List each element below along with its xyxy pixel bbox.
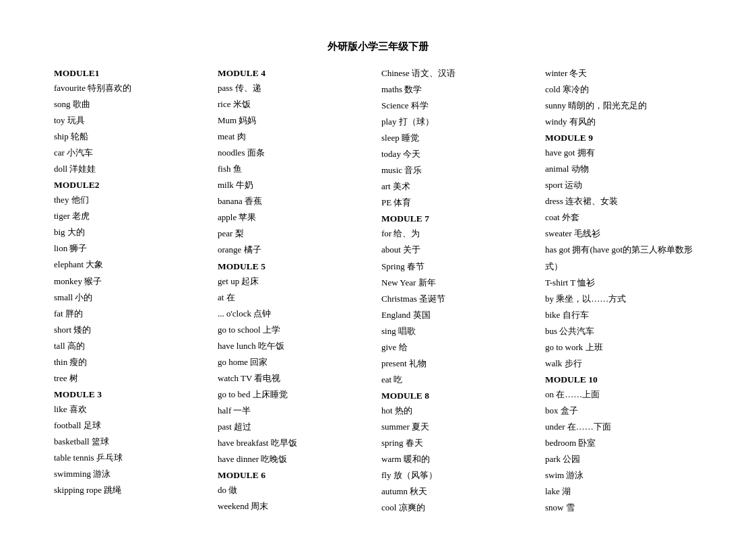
vocab-item-1-5: car 小汽车: [54, 145, 204, 161]
vocab-item-2-3: Mum 妈妈: [218, 112, 368, 129]
vocab-item-3-6: music 音乐: [381, 162, 532, 178]
vocab-item-2-5: noodles 面条: [218, 145, 368, 161]
vocab-item-2-24: have dinner 吃晚饭: [218, 451, 368, 467]
module-title-4-18: MODULE 10: [545, 374, 695, 385]
module-title-1-0: MODULE1: [54, 68, 204, 79]
vocab-item-4-14: bike 自行车: [545, 307, 695, 323]
vocab-item-4-26: snow 雪: [545, 500, 695, 516]
vocab-item-2-2: rice 米饭: [218, 96, 368, 112]
vocab-item-4-15: bus 公共汽车: [545, 323, 695, 339]
vocab-item-3-22: summer 夏天: [381, 419, 532, 435]
vocab-item-2-17: have lunch 吃午饭: [218, 338, 368, 354]
vocab-item-4-1: cold 寒冷的: [545, 81, 695, 98]
vocab-item-2-21: half 一半: [218, 403, 368, 419]
vocab-item-1-26: skipping rope 跳绳: [54, 482, 204, 498]
vocab-item-3-18: present 礼物: [381, 356, 532, 372]
vocab-item-1-13: monkey 猴子: [54, 273, 204, 290]
page: 外研版小学三年级下册 MODULE1favourite 特别喜欢的song 歌曲…: [0, 0, 756, 534]
module-title-2-12: MODULE 5: [218, 261, 368, 272]
vocab-item-3-21: hot 热的: [381, 403, 532, 419]
vocab-item-3-26: autumn 秋天: [381, 483, 532, 500]
vocab-item-1-22: football 足球: [54, 418, 204, 434]
vocab-item-3-25: fly 放（风筝）: [381, 467, 532, 483]
module-title-1-20: MODULE 3: [54, 389, 204, 400]
vocab-item-1-2: song 歌曲: [54, 96, 204, 112]
vocab-item-4-24: swim 游泳: [545, 467, 695, 483]
vocab-item-4-6: animal 动物: [545, 161, 695, 177]
vocab-item-3-7: art 美术: [381, 178, 532, 195]
vocab-item-4-5: have got 拥有: [545, 145, 695, 161]
vocab-item-4-22: bedroom 卧室: [545, 435, 695, 451]
vocab-item-1-21: like 喜欢: [54, 401, 204, 418]
vocab-item-3-10: for 给、为: [381, 226, 532, 242]
vocab-item-1-10: big 大的: [54, 224, 204, 240]
vocab-item-4-10: sweater 毛线衫: [545, 226, 695, 242]
vocab-item-2-6: fish 鱼: [218, 161, 368, 177]
vocab-item-3-1: maths 数学: [381, 81, 532, 98]
vocab-item-1-16: short 矮的: [54, 322, 204, 338]
vocab-item-4-20: box 盒子: [545, 403, 695, 419]
vocab-item-1-15: fat 胖的: [54, 306, 204, 322]
vocab-item-1-4: ship 轮船: [54, 129, 204, 145]
vocab-item-2-26: do 做: [218, 482, 368, 498]
vocab-item-2-14: at 在: [218, 290, 368, 306]
vocab-item-1-3: toy 玩具: [54, 112, 204, 129]
vocab-item-3-13: New Year 新年: [381, 275, 532, 291]
column-3: Chinese 语文、汉语maths 数学Science 科学 play 打（球…: [375, 65, 538, 516]
vocab-item-1-6: doll 洋娃娃: [54, 161, 204, 177]
module-title-2-0: MODULE 4: [218, 68, 368, 79]
vocab-item-3-2: Science 科学: [381, 98, 532, 114]
vocab-item-3-14: Christmas 圣诞节: [381, 291, 532, 307]
vocab-item-4-19: on 在……上面: [545, 387, 695, 403]
vocab-item-1-12: elephant 大象: [54, 257, 204, 273]
vocab-item-3-12: Spring 春节: [381, 259, 532, 275]
vocab-item-4-21: under 在……下面: [545, 419, 695, 435]
page-title: 外研版小学三年级下册: [54, 40, 702, 53]
vocab-item-3-8: PE 体育: [381, 195, 532, 211]
vocab-item-2-8: banana 香蕉: [218, 193, 368, 209]
column-4: winter 冬天cold 寒冷的 sunny 晴朗的，阳光充足的windy 有…: [538, 65, 702, 516]
vocab-item-2-18: go home 回家: [218, 354, 368, 370]
vocab-item-1-24: table tennis 乒乓球: [54, 450, 204, 466]
vocab-item-1-23: basketball 篮球: [54, 434, 204, 450]
vocab-item-3-3: play 打（球）: [381, 114, 532, 130]
vocab-item-2-27: weekend 周末: [218, 498, 368, 514]
module-title-3-9: MODULE 7: [381, 213, 532, 224]
vocab-item-2-22: past 超过: [218, 419, 368, 435]
vocab-item-1-8: they 他们: [54, 192, 204, 208]
vocab-item-4-16: go to work 上班: [545, 339, 695, 356]
vocab-item-1-9: tiger 老虎: [54, 208, 204, 224]
vocab-item-4-25: lake 湖: [545, 483, 695, 500]
vocab-item-2-20: go to bed 上床睡觉: [218, 387, 368, 403]
vocab-item-4-13: by 乘坐，以……方式: [545, 291, 695, 307]
vocab-item-4-0: winter 冬天: [545, 65, 695, 81]
vocab-item-4-8: dress 连衣裙、女装: [545, 193, 695, 209]
vocab-item-1-19: tree 树: [54, 370, 204, 387]
vocab-item-2-9: apple 苹果: [218, 209, 368, 226]
vocab-item-4-17: walk 步行: [545, 356, 695, 372]
vocab-item-3-15: England 英国: [381, 307, 532, 323]
vocab-item-2-7: milk 牛奶: [218, 177, 368, 193]
vocab-item-2-13: get up 起床: [218, 273, 368, 290]
vocab-item-1-17: tall 高的: [54, 338, 204, 354]
vocab-item-4-2: sunny 晴朗的，阳光充足的: [545, 98, 695, 114]
content-columns: MODULE1favourite 特别喜欢的song 歌曲toy 玩具ship …: [54, 65, 702, 516]
module-title-4-4: MODULE 9: [545, 133, 695, 143]
vocab-item-3-16: sing 唱歌: [381, 323, 532, 339]
vocab-item-4-7: sport 运动: [545, 177, 695, 193]
module-title-3-20: MODULE 8: [381, 391, 532, 401]
vocab-item-3-4: sleep 睡觉: [381, 130, 532, 146]
vocab-item-2-1: pass 传、递: [218, 80, 368, 96]
vocab-item-1-11: lion 狮子: [54, 240, 204, 257]
vocab-item-3-17: give 给: [381, 339, 532, 356]
vocab-item-3-0: Chinese 语文、汉语: [381, 65, 532, 81]
module-title-2-25: MODULE 6: [218, 470, 368, 481]
vocab-item-3-27: cool 凉爽的: [381, 500, 532, 516]
vocab-item-2-15: ... o'clock 点钟: [218, 306, 368, 322]
vocab-item-2-19: watch TV 看电视: [218, 370, 368, 387]
vocab-item-1-1: favourite 特别喜欢的: [54, 80, 204, 96]
column-2: MODULE 4pass 传、递rice 米饭 Mum 妈妈meat 肉nood…: [211, 65, 375, 514]
vocab-item-3-11: about 关于: [381, 242, 532, 258]
vocab-item-2-10: pear 梨: [218, 226, 368, 242]
vocab-item-2-4: meat 肉: [218, 129, 368, 145]
